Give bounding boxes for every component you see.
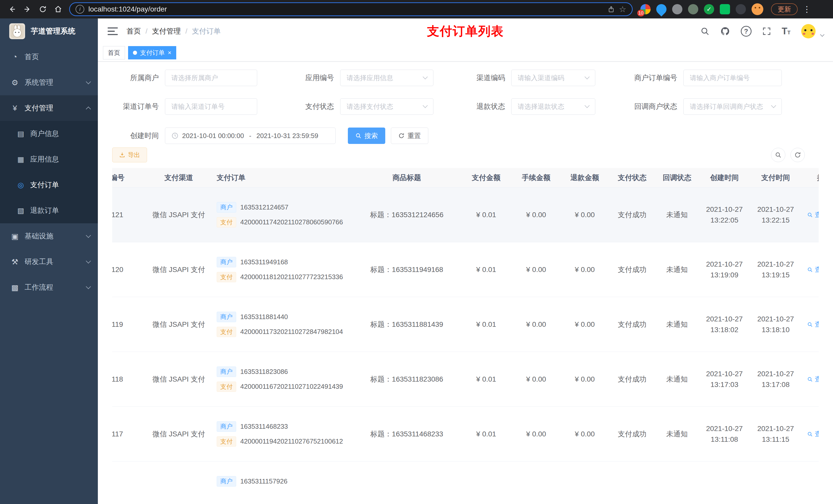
pay-time: 2021-10-27 13:19:15 [757,259,794,281]
chevron-down-icon [423,74,428,79]
merchant-input[interactable] [165,70,257,86]
font-size-icon[interactable]: T [782,26,790,37]
merchant-no-line: 商户 1635311823086 [217,366,288,377]
search-button[interactable]: 搜索 [348,127,385,144]
avatar-caret-icon[interactable] [820,32,825,37]
browser-menu-icon[interactable]: ⋮ [802,4,812,14]
address-bar[interactable]: localhost:1024/pay/order ☆ [69,2,633,16]
pay-tag: 支付 [217,327,236,337]
extension-square-icon[interactable] [720,4,730,14]
sidebar-item-workflow[interactable]: ▩ 工作流程 [0,274,98,300]
pay-status: 支付成功 [609,320,655,329]
user-avatar[interactable] [801,24,815,39]
pay-tag: 支付 [217,217,236,228]
sidebar-item-home[interactable]: ◔ 首页 [0,44,98,70]
pay-tag: 支付 [217,382,236,392]
field-label: 创建时间 [112,131,165,141]
fullscreen-icon[interactable] [762,27,771,35]
app-select[interactable]: 请选择应用信息 [340,70,433,86]
logo: 芋道管理系统 [0,19,98,44]
view-detail-link[interactable]: 查看详情 [807,320,819,329]
breadcrumb-current: 支付订单 [192,26,221,36]
extension-ball-icon[interactable] [688,4,698,14]
sidebar-item-dev-tools[interactable]: ⚒ 研发工具 [0,249,98,274]
order-id: 119 [112,320,145,329]
hamburger-icon[interactable] [108,27,118,35]
field-label: 退款状态 [463,102,511,112]
filter-row-3: 创建时间 2021-10-01 00:00:00 - 2021-10-31 23… [112,127,819,144]
github-icon[interactable] [720,26,730,36]
tools-icon: ⚒ [10,257,20,266]
view-detail-link[interactable]: 查看详情 [807,430,819,438]
pay-no-line: 支付 4200001167202110271022491439 [217,382,343,392]
toggle-search-button[interactable] [771,148,785,162]
filter-row-2: 渠道订单号 支付状态 请选择支付状态 退款状态 请选择退款状态 [112,98,819,115]
card-icon: ▤ [16,129,25,138]
table-row: 119 微信 JSAPI 支付 商户 1635311881440 支付 4200… [112,297,819,352]
url-text[interactable]: localhost:1024/pay/order [88,5,603,13]
pay-status: 支付成功 [609,265,655,274]
goods-title: 标题：1635311468233 [353,429,460,439]
forward-icon[interactable] [21,2,34,16]
help-icon[interactable] [741,26,752,37]
extension-check-icon[interactable] [704,4,714,14]
view-detail-link[interactable]: 查看详情 [807,210,819,219]
reset-button[interactable]: 重置 [391,127,428,144]
breadcrumb: 首页 / 支付管理 / 支付订单 [126,26,221,36]
tab-pay-order[interactable]: 支付订单 [128,46,176,59]
pay-status-select[interactable]: 请选择支付状态 [340,98,433,115]
refresh-table-button[interactable] [790,148,805,162]
sidebar-item-pay-order[interactable]: ◎ 支付订单 [0,172,98,198]
sidebar-item-app-info[interactable]: ▦ 应用信息 [0,146,98,172]
browser-profile-avatar[interactable] [752,3,763,15]
breadcrumb-home[interactable]: 首页 [126,26,141,36]
chevron-down-icon [86,233,91,238]
create-time: 2021-10-27 13:22:05 [706,204,743,225]
notify-status: 未通知 [655,429,699,439]
chevron-up-icon [86,106,91,112]
extension-pin-icon[interactable] [736,4,746,14]
view-detail-link[interactable]: 查看详情 [807,265,819,274]
create-time: 2021-10-27 13:17:03 [706,368,743,390]
share-icon[interactable] [608,6,615,13]
view-detail-link[interactable]: 查看详情 [807,375,819,384]
close-icon[interactable] [168,50,171,56]
channel-code-select[interactable]: 请输入渠道编码 [511,70,595,86]
filter-row-1: 所属商户 应用编号 请选择应用信息 渠道编码 请输入渠道编码 [112,70,819,86]
order-id: 120 [112,266,145,274]
sidebar-item-refund-order[interactable]: ▧ 退款订单 [0,198,98,223]
home-icon[interactable] [51,2,65,16]
reload-icon[interactable] [36,2,50,16]
extension-globe-icon[interactable] [672,4,682,14]
search-icon[interactable] [700,27,710,36]
sidebar-item-payment[interactable]: ¥ 支付管理 [0,95,98,121]
pay-channel: 微信 JSAPI 支付 [145,429,212,439]
chevron-down-icon [86,79,91,84]
pay-no-line: 支付 4200001194202110276752100612 [217,436,343,447]
export-button[interactable]: 导出 [112,147,147,162]
bookmark-star-icon[interactable]: ☆ [619,5,626,13]
chrome-update-button[interactable]: 更新 [771,3,798,15]
merchant-no-line: 商户 1635312124657 [217,202,288,213]
site-info-icon[interactable] [76,5,84,14]
goods-title: 标题：1635311881439 [353,320,460,329]
app-title: 芋道管理系统 [31,26,75,37]
create-time-range-picker[interactable]: 2021-10-01 00:00:00 - 2021-10-31 23:59:5… [165,127,336,144]
breadcrumb-payment[interactable]: 支付管理 [152,26,181,36]
sidebar-item-system[interactable]: ⚙ 系统管理 [0,70,98,95]
order-id: 121 [112,211,145,219]
channel-order-no-input[interactable] [165,98,257,115]
extension-pinwheel-icon[interactable]: 10 [640,4,651,14]
fee-amount: ¥ 0.00 [512,320,561,329]
notify-status-select[interactable]: 请选择订单回调商户状态 [684,98,782,115]
sidebar-item-infra[interactable]: ▣ 基础设施 [0,223,98,249]
active-dot-icon [133,51,137,55]
back-icon[interactable] [5,2,19,16]
merchant-order-no-input[interactable] [684,70,782,86]
extension-drop-icon[interactable] [654,2,669,17]
refund-status-select[interactable]: 请选择退款状态 [511,98,595,115]
tab-home[interactable]: 首页 [103,46,125,59]
sidebar-item-merchant-info[interactable]: ▤ 商户信息 [0,121,98,146]
fee-amount: ¥ 0.00 [512,375,561,383]
pay-time: 2021-10-27 13:17:08 [757,368,794,390]
